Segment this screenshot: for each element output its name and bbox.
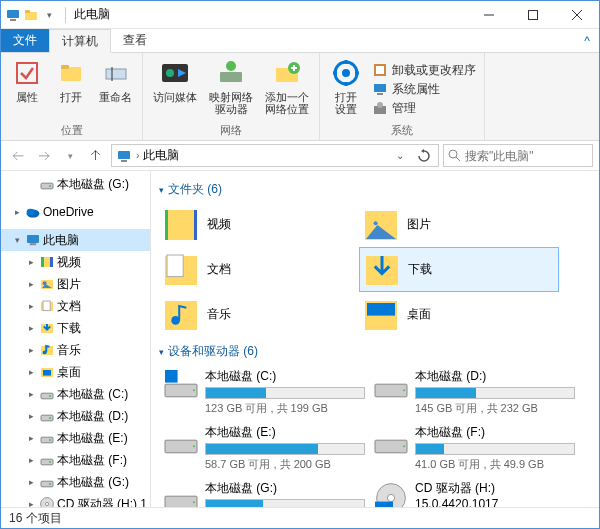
tree-node[interactable]: ▸桌面 (1, 361, 150, 383)
drive-item[interactable]: 本地磁盘 (G:)308 GB 可用 , 共 481 GB (159, 476, 369, 507)
folder-item[interactable]: 桌面 (359, 292, 559, 337)
drive-free-text: 145 GB 可用 , 共 232 GB (415, 401, 575, 416)
onedrive-icon (25, 204, 41, 220)
access-media-button[interactable]: 访问媒体 (147, 55, 203, 123)
drive-icon (39, 430, 55, 446)
tree-twisty-icon[interactable]: ▸ (25, 367, 37, 377)
svg-line-34 (456, 157, 460, 161)
drive-item[interactable]: CD 驱动器 (H:) 15.0.4420.10170 字节 可用 , 共 87… (369, 476, 579, 507)
tree-twisty-icon[interactable]: ▸ (25, 455, 37, 465)
tree-node[interactable]: ▸音乐 (1, 339, 150, 361)
tree-node[interactable]: ▸OneDrive (1, 201, 150, 223)
tree-node[interactable]: ▸本地磁盘 (D:) (1, 405, 150, 427)
tree-node[interactable]: ▸图片 (1, 273, 150, 295)
docs-icon (39, 298, 55, 314)
tree-node[interactable]: 本地磁盘 (G:) (1, 173, 150, 195)
drive-item[interactable]: 本地磁盘 (D:)145 GB 可用 , 共 232 GB (369, 364, 579, 420)
recent-button[interactable]: ▾ (59, 145, 81, 167)
maximize-button[interactable] (511, 1, 555, 29)
folder-label: 文档 (207, 261, 231, 278)
minimize-button[interactable] (467, 1, 511, 29)
address-bar[interactable]: › 此电脑 ⌄ (111, 144, 439, 167)
tree-node[interactable]: ▸本地磁盘 (E:) (1, 427, 150, 449)
navigation-tree[interactable]: 本地磁盘 (G:)▸OneDrive▾此电脑▸视频▸图片▸文档▸下载▸音乐▸桌面… (1, 171, 151, 507)
tree-twisty-icon[interactable]: ▾ (11, 235, 23, 245)
back-button[interactable]: 🡠 (7, 145, 29, 167)
ribbon-collapse-button[interactable]: ^ (575, 29, 599, 52)
music-icon (39, 342, 55, 358)
properties-button[interactable]: 属性 (5, 55, 49, 123)
tree-node[interactable]: ▸下载 (1, 317, 150, 339)
tree-node[interactable]: ▸CD 驱动器 (H:) 1 (1, 493, 150, 507)
svg-point-16 (226, 61, 236, 71)
tree-twisty-icon[interactable]: ▸ (25, 499, 37, 507)
tree-node[interactable]: ▾此电脑 (1, 229, 150, 251)
tree-twisty-icon[interactable]: ▸ (25, 257, 37, 267)
tree-twisty-icon[interactable]: ▸ (25, 323, 37, 333)
pc-icon (116, 148, 132, 164)
svg-point-38 (27, 209, 35, 215)
tree-twisty-icon[interactable]: ▸ (25, 477, 37, 487)
breadcrumb-location[interactable]: 此电脑 (143, 147, 179, 164)
content-pane[interactable]: ▾文件夹 (6) 视频图片文档下载音乐桌面 ▾设备和驱动器 (6) 本地磁盘 (… (151, 171, 599, 507)
open-settings-button[interactable]: 打开 设置 (324, 55, 368, 123)
tree-twisty-icon[interactable]: ▸ (11, 207, 23, 217)
drive-free-text: 123 GB 可用 , 共 199 GB (205, 401, 365, 416)
drive-name: 本地磁盘 (D:) (415, 368, 575, 385)
status-bar: 16 个项目 (1, 507, 599, 529)
ribbon: 属性 打开 重命名 位置 访问媒体 映射网络 驱动器 (1, 53, 599, 141)
titlebar: ▾ 此电脑 (1, 1, 599, 29)
sys-properties-button[interactable]: 系统属性 (372, 81, 476, 98)
search-icon (448, 149, 461, 162)
uninstall-button[interactable]: 卸载或更改程序 (372, 62, 476, 79)
folders-section-header[interactable]: ▾文件夹 (6) (159, 175, 591, 202)
address-dropdown-icon[interactable]: ⌄ (390, 150, 410, 161)
refresh-button[interactable] (414, 149, 434, 163)
svg-rect-91 (165, 496, 197, 507)
map-drive-button[interactable]: 映射网络 驱动器 (203, 55, 259, 123)
chevron-right-icon[interactable]: › (136, 150, 139, 161)
tree-twisty-icon[interactable]: ▸ (25, 279, 37, 289)
add-network-button[interactable]: 添加一个 网络位置 (259, 55, 315, 123)
rename-button[interactable]: 重命名 (93, 55, 138, 123)
tree-twisty-icon[interactable]: ▸ (25, 345, 37, 355)
drive-item[interactable]: 本地磁盘 (F:)41.0 GB 可用 , 共 49.9 GB (369, 420, 579, 476)
tab-computer[interactable]: 计算机 (49, 29, 111, 53)
tree-twisty-icon[interactable]: ▸ (25, 389, 37, 399)
devices-section-header[interactable]: ▾设备和驱动器 (6) (159, 337, 591, 364)
manage-button[interactable]: 管理 (372, 100, 476, 117)
open-button[interactable]: 打开 (49, 55, 93, 123)
tree-twisty-icon[interactable]: ▸ (25, 433, 37, 443)
folder-item[interactable]: 图片 (359, 202, 559, 247)
drive-item[interactable]: 本地磁盘 (E:)58.7 GB 可用 , 共 200 GB (159, 420, 369, 476)
up-button[interactable]: 🡡 (85, 145, 107, 167)
folder-label: 图片 (407, 216, 431, 233)
svg-point-36 (49, 185, 51, 187)
tree-node[interactable]: ▸本地磁盘 (C:) (1, 383, 150, 405)
drive-icon (39, 386, 55, 402)
tree-node[interactable]: ▸本地磁盘 (F:) (1, 449, 150, 471)
search-input[interactable] (465, 149, 600, 163)
search-box[interactable] (443, 144, 593, 167)
tree-node[interactable]: ▸视频 (1, 251, 150, 273)
folder-item[interactable]: 视频 (159, 202, 359, 247)
folder-label: 音乐 (207, 306, 231, 323)
tree-node[interactable]: ▸文档 (1, 295, 150, 317)
forward-button[interactable]: 🡢 (33, 145, 55, 167)
tree-twisty-icon[interactable]: ▸ (25, 411, 37, 421)
tab-view[interactable]: 查看 (111, 29, 159, 52)
folder-item[interactable]: 音乐 (159, 292, 359, 337)
close-button[interactable] (555, 1, 599, 29)
folder-item[interactable]: 文档 (159, 247, 359, 292)
drive-item[interactable]: 本地磁盘 (C:)123 GB 可用 , 共 199 GB (159, 364, 369, 420)
tab-file[interactable]: 文件 (1, 29, 49, 52)
tree-node[interactable]: ▸本地磁盘 (G:) (1, 471, 150, 493)
tree-node-label: 本地磁盘 (E:) (57, 430, 128, 447)
folder-item[interactable]: 下载 (359, 247, 559, 292)
qat-dropdown-icon[interactable]: ▾ (41, 7, 57, 23)
svg-point-58 (49, 439, 51, 441)
svg-rect-28 (377, 93, 383, 95)
docs-icon (163, 252, 199, 288)
tree-twisty-icon[interactable]: ▸ (25, 301, 37, 311)
folder-qat-icon[interactable] (23, 7, 39, 23)
